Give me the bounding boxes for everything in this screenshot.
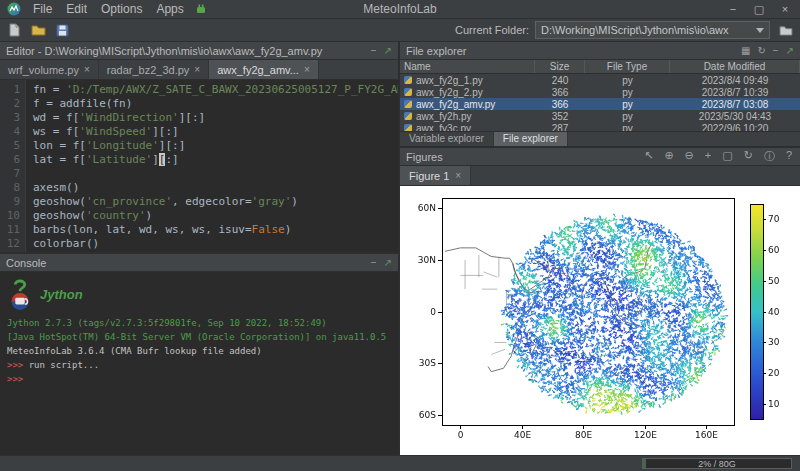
line-number: 9	[0, 195, 20, 209]
full-extent-tool-icon[interactable]: ▢	[720, 149, 734, 164]
zoom-out-tool-icon[interactable]: ⊖	[683, 149, 696, 164]
file-table-body: awx_fy2g_1.py240py2023/8/4 09:49awx_fy2g…	[400, 74, 800, 131]
browse-folder-button[interactable]	[776, 21, 795, 40]
file-name-cell: awx_fy2h.py	[400, 111, 535, 122]
file-table-header: NameSizeFile TypeDate Modified	[400, 60, 800, 74]
figures-panel-title: Figures	[406, 151, 443, 163]
line-number: 2	[0, 97, 20, 111]
editor-tab-bar: wrf_volume.py×radar_bz2_3d.py×awx_fy2g_a…	[0, 60, 398, 80]
refresh-icon[interactable]: ↻	[757, 45, 765, 56]
minimize-panel-icon[interactable]: −	[773, 45, 779, 56]
console-line: Jython 2.7.3 (tags/v2.7.3:5f29801fe, Sep…	[7, 316, 391, 330]
app-logo-icon	[7, 2, 21, 16]
grid-view-icon[interactable]: ▦	[741, 45, 750, 56]
column-header-size[interactable]: Size	[535, 60, 585, 73]
window-minimize-button[interactable]: −	[720, 0, 746, 18]
console-panel: Console − ↗ Jython Jython	[0, 254, 398, 455]
file-name: awx_fy3c.py	[416, 123, 471, 132]
file-modified-cell: 2022/9/6 10:20	[670, 123, 800, 132]
close-tab-icon[interactable]: ×	[84, 64, 90, 75]
editor-tab[interactable]: wrf_volume.py×	[0, 60, 99, 79]
file-size-cell: 366	[535, 99, 585, 110]
window-close-button[interactable]: ×	[772, 0, 798, 18]
rotate-tool-icon[interactable]: ↻	[742, 149, 755, 164]
tab-variable-explorer[interactable]: Variable explorer	[400, 132, 494, 146]
code-line: colorbar()	[33, 237, 398, 251]
line-number: 12	[0, 237, 20, 251]
console-text: Jython 2.7.3 (tags/v2.7.3:5f29801fe, Sep…	[7, 318, 327, 328]
jython-logo-label: Jython	[40, 287, 83, 302]
menu-item-edit[interactable]: Edit	[59, 0, 94, 18]
editor-tab[interactable]: awx_fy2g_amv...×	[209, 60, 319, 79]
console-header-icons: − ↗	[371, 257, 392, 268]
file-name-cell: awx_fy2g_amv.py	[400, 99, 535, 110]
file-name: awx_fy2g_2.py	[416, 87, 483, 98]
console-line: >>> run script...	[7, 358, 391, 372]
close-tab-icon[interactable]: ×	[194, 64, 200, 75]
menu-item-file[interactable]: File	[26, 0, 59, 18]
line-number: 8	[0, 181, 20, 195]
open-file-button[interactable]	[29, 21, 48, 40]
code-token: , edgecolor=	[172, 195, 251, 208]
code-line: wd = f['WindDirection'][:]	[33, 111, 398, 125]
close-tab-icon[interactable]: ×	[304, 64, 310, 75]
plugins-icon[interactable]	[195, 3, 207, 15]
right-column: File explorer ▦ ↻ − ↗ NameSizeFile TypeD…	[400, 42, 800, 455]
file-explorer-title: File explorer	[406, 45, 467, 57]
identify-tool-icon[interactable]: ⓘ	[762, 149, 777, 164]
minimize-panel-icon[interactable]: −	[371, 45, 377, 56]
select-tool-icon[interactable]: ↖	[642, 149, 655, 164]
save-button[interactable]	[53, 21, 72, 40]
menu-item-options[interactable]: Options	[94, 0, 149, 18]
file-modified-cell: 2023/8/7 10:39	[670, 87, 800, 98]
tab-file-explorer[interactable]: File explorer	[494, 132, 568, 146]
python-file-icon	[404, 112, 412, 120]
editor-tab-label: wrf_volume.py	[8, 64, 79, 76]
column-header-file-type[interactable]: File Type	[585, 60, 670, 73]
float-panel-icon[interactable]: ↗	[384, 257, 392, 268]
help-tool-icon[interactable]: ?	[784, 149, 794, 164]
float-panel-icon[interactable]: ↗	[384, 45, 392, 56]
file-row[interactable]: awx_fy2g_2.py366py2023/8/7 10:39	[400, 86, 800, 98]
close-tab-icon[interactable]: ×	[455, 170, 461, 181]
code-token: ][:]	[179, 111, 206, 124]
code-token: colorbar()	[33, 237, 99, 250]
code-token: lat = f[	[33, 153, 86, 166]
menu-item-apps[interactable]: Apps	[149, 0, 190, 18]
file-row[interactable]: awx_fy3c.py287py2022/9/6 10:20	[400, 122, 800, 131]
figure-tab[interactable]: Figure 1 ×	[400, 166, 471, 185]
float-panel-icon[interactable]: ↗	[786, 45, 794, 56]
new-script-button[interactable]	[5, 21, 24, 40]
code-token: axesm()	[33, 181, 79, 194]
dropdown-arrow-icon[interactable]	[756, 28, 764, 33]
file-size-cell: 352	[535, 111, 585, 122]
minimize-panel-icon[interactable]: −	[371, 257, 377, 268]
file-row[interactable]: awx_fy2g_1.py240py2023/8/4 09:49	[400, 74, 800, 86]
editor-tab[interactable]: radar_bz2_3d.py×	[99, 60, 209, 79]
menu-bar: FileEditOptionsApps	[26, 0, 191, 18]
editor-code[interactable]: fn = 'D:/Temp/AWX/Z_SATE_C_BAWX_20230625…	[26, 80, 398, 252]
file-size-cell: 366	[535, 87, 585, 98]
console-text: MeteoInfoLab 3.6.4 (CMA Bufr lookup file…	[7, 346, 262, 356]
window-maximize-button[interactable]: ▢	[746, 0, 772, 18]
file-type-cell: py	[585, 75, 670, 86]
file-modified-cell: 2023/5/30 04:43	[670, 111, 800, 122]
code-token: f = addfile(fn)	[33, 97, 132, 110]
column-header-name[interactable]: Name	[400, 60, 535, 73]
console-output-area[interactable]: Jython Jython 2.7.3 (tags/v2.7.3:5f29801…	[0, 272, 398, 455]
current-folder-combobox[interactable]: D:\Working\MIScript\Jython\mis\io\awx	[535, 21, 770, 39]
column-header-date-modified[interactable]: Date Modified	[670, 60, 800, 73]
window-controls: −▢×	[720, 0, 798, 18]
file-type-cell: py	[585, 111, 670, 122]
file-explorer-panel: File explorer ▦ ↻ − ↗ NameSizeFile TypeD…	[400, 42, 800, 148]
map-plot[interactable]	[400, 186, 798, 455]
code-token: 'gray'	[252, 195, 292, 208]
pan-tool-icon[interactable]: +	[703, 149, 713, 164]
zoom-in-tool-icon[interactable]: ⊕	[662, 149, 675, 164]
code-editor[interactable]: 123456789101112 fn = 'D:/Temp/AWX/Z_SATE…	[0, 80, 398, 252]
file-row[interactable]: awx_fy2h.py352py2023/5/30 04:43	[400, 110, 800, 122]
file-table: NameSizeFile TypeDate Modified awx_fy2g_…	[400, 60, 800, 131]
line-number: 1	[0, 83, 20, 97]
file-row[interactable]: awx_fy2g_amv.py366py2023/8/7 03:08	[400, 98, 800, 110]
figure-plot-area	[400, 186, 800, 455]
